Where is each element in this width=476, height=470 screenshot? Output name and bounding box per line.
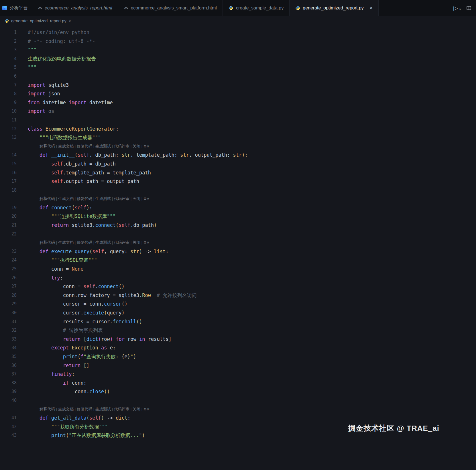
code-line: 4生成优化版的电商数据分析报告 <box>0 54 476 63</box>
codelens-separator: | <box>111 196 114 201</box>
codelens-separator: | <box>129 196 133 201</box>
codelens-action[interactable]: 解释代码 <box>40 196 55 201</box>
code-text: # -*- coding: utf-8 -*- <box>17 37 95 46</box>
code-text: return [dict(row) for row in results] <box>17 335 172 344</box>
ai-actions-icon[interactable]: ⚙∨ <box>143 241 149 245</box>
codelens-action[interactable]: 解释代码 <box>40 407 55 411</box>
codelens-action[interactable]: 修复代码 <box>77 407 92 411</box>
codelens-action[interactable]: 代码评审 <box>114 240 129 245</box>
code-line: 11 <box>0 116 476 125</box>
codelens-separator: | <box>74 196 77 201</box>
codelens-action[interactable]: 生成测试 <box>95 196 111 201</box>
codelens-action[interactable]: 修复代码 <box>77 196 92 201</box>
line-number: 40 <box>0 396 17 405</box>
codelens-action[interactable]: 代码评审 <box>114 196 129 201</box>
code-text: self.output_path = output_path <box>17 177 139 186</box>
codelens-actions: 解释代码 | 生成文档 | 修复代码 | 生成测试 | 代码评审 | 关闭 | … <box>17 238 149 247</box>
line-number <box>0 194 17 203</box>
line-number: 23 <box>0 247 17 256</box>
code-text: conn = self.connect() <box>17 282 125 291</box>
tab-ecommerce-analysis-smart-platform-html[interactable]: <> ecommerce_analysis_smart_platform.htm… <box>118 0 223 16</box>
line-number: 33 <box>0 335 17 344</box>
code-line: 1#!/usr/bin/env python <box>0 28 476 37</box>
codelens-action[interactable]: 代码评审 <box>114 144 129 148</box>
line-number: 35 <box>0 352 17 361</box>
ai-actions-icon[interactable]: ⚙∨ <box>143 197 149 201</box>
tab-label: 分析平台 <box>9 5 28 11</box>
community-watermark: 掘金技术社区 @ TRAE_ai <box>348 423 439 433</box>
breadcrumb[interactable]: generate_optimized_report.py > ... <box>0 16 476 25</box>
codelens-action[interactable]: 生成测试 <box>95 240 111 245</box>
tab-ecommerce-analysis-report-html[interactable]: <> ecommerce_analysis_report.html <box>32 0 118 16</box>
line-number: 14 <box>0 151 17 160</box>
codelens-action[interactable]: 生成文档 <box>58 144 74 148</box>
app-icon <box>2 6 7 10</box>
codelens-action[interactable]: 关闭 <box>133 144 140 148</box>
codelens-action[interactable]: 关闭 <box>133 240 140 245</box>
line-number <box>0 238 17 247</box>
line-number: 32 <box>0 326 17 335</box>
code-line: 14 def __init__(self, db_path: str, temp… <box>0 151 476 160</box>
codelens-action[interactable]: 生成文档 <box>58 240 74 245</box>
codelens-action[interactable]: 修复代码 <box>77 144 92 148</box>
codelens-action[interactable]: 生成文档 <box>58 196 74 201</box>
codelens-action[interactable]: 关闭 <box>133 196 140 201</box>
codelens-action[interactable]: 生成测试 <box>95 407 111 411</box>
python-file-icon <box>295 6 300 11</box>
line-number <box>0 142 17 151</box>
code-editor[interactable]: 1#!/usr/bin/env python2# -*- coding: utf… <box>0 25 476 440</box>
close-tab-icon[interactable]: × <box>370 5 373 11</box>
codelens-separator: | <box>129 407 133 411</box>
code-text: def get_all_data(self) -> dict: <box>17 414 130 422</box>
codelens-action[interactable]: 生成文档 <box>58 407 74 411</box>
codelens-action[interactable]: 代码评审 <box>114 407 129 411</box>
code-line: 23 def execute_query(self, query: str) -… <box>0 247 476 256</box>
tab-label: create_sample_data.py <box>236 5 284 11</box>
line-number: 11 <box>0 116 17 125</box>
code-line: 2# -*- coding: utf-8 -*- <box>0 37 476 46</box>
code-line: 3""" <box>0 46 476 54</box>
codelens-row: 解释代码 | 生成文档 | 修复代码 | 生成测试 | 代码评审 | 关闭 | … <box>0 142 476 151</box>
code-text: def __init__(self, db_path: str, templat… <box>17 151 248 160</box>
code-line: 19 def connect(self): <box>0 203 476 212</box>
line-number: 30 <box>0 308 17 317</box>
codelens-separator: | <box>129 144 133 148</box>
line-number: 20 <box>0 212 17 221</box>
code-line: 37 finally: <box>0 370 476 379</box>
run-dropdown-icon[interactable]: ∨ <box>459 8 461 11</box>
codelens-action[interactable]: 关闭 <box>133 407 140 411</box>
code-line: 26 try: <box>0 274 476 282</box>
line-number: 24 <box>0 256 17 265</box>
code-text: try: <box>17 274 63 282</box>
line-number: 9 <box>0 98 17 107</box>
html-file-icon: <> <box>38 6 42 10</box>
code-line: 41 def get_all_data(self) -> dict: <box>0 414 476 422</box>
code-text: import sqlite3 <box>17 81 69 90</box>
code-line: 36 return [] <box>0 361 476 370</box>
codelens-action[interactable]: 修复代码 <box>77 240 92 245</box>
code-line: 9from datetime import datetime <box>0 98 476 107</box>
breadcrumb-more[interactable]: ... <box>73 19 77 23</box>
codelens-action[interactable]: 解释代码 <box>40 144 55 148</box>
tab-generate-optimized-report-py[interactable]: generate_optimized_report.py × <box>290 0 379 16</box>
tab-create-sample-data-py[interactable]: create_sample_data.py <box>223 0 290 16</box>
codelens-action[interactable]: 解释代码 <box>40 240 55 245</box>
code-line: 7import sqlite3 <box>0 81 476 90</box>
line-number: 12 <box>0 125 17 133</box>
code-text: # 转换为字典列表 <box>17 326 103 335</box>
line-number: 8 <box>0 89 17 98</box>
code-line: 15 self.db_path = db_path <box>0 160 476 168</box>
line-number: 10 <box>0 107 17 116</box>
codelens-separator: | <box>55 407 58 411</box>
tab-label: ecommerce_analysis_report.html <box>45 5 112 11</box>
split-editor-icon[interactable] <box>466 5 471 11</box>
line-number: 31 <box>0 317 17 326</box>
line-number: 29 <box>0 300 17 308</box>
breadcrumb-file[interactable]: generate_optimized_report.py <box>11 19 66 23</box>
code-text: conn = None <box>17 265 83 274</box>
run-button[interactable]: ▷ <box>453 5 458 11</box>
ai-actions-icon[interactable]: ⚙∨ <box>143 407 149 411</box>
ai-actions-icon[interactable]: ⚙∨ <box>143 144 149 148</box>
codelens-action[interactable]: 生成测试 <box>95 144 111 148</box>
tab-analysis-platform[interactable]: 分析平台 <box>0 0 32 16</box>
